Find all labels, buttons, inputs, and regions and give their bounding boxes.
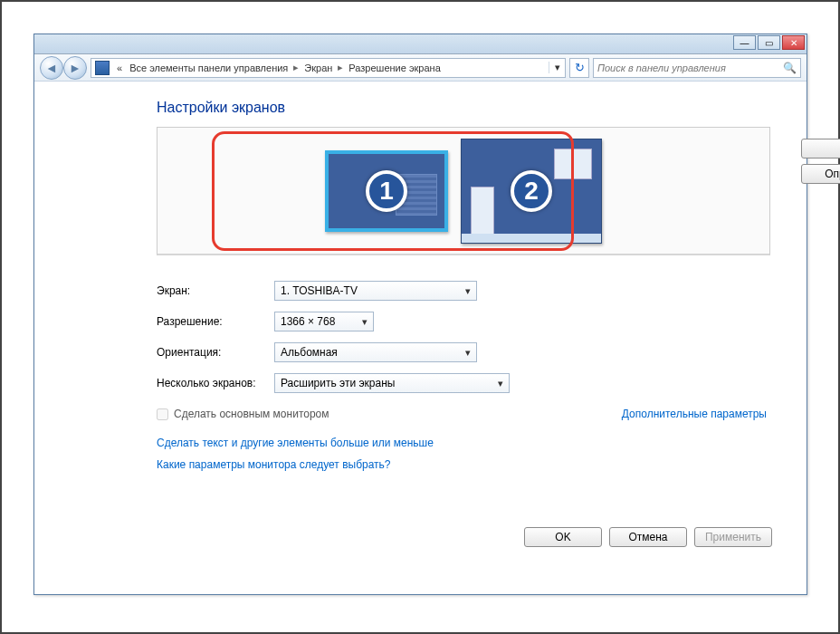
ok-button[interactable]: OK [524,527,602,547]
search-icon: 🔍 [783,62,797,74]
orientation-select[interactable]: Альбомная [274,342,477,362]
orientation-label: Ориентация: [157,346,274,359]
find-button[interactable]: Найти [801,139,840,158]
content: Настройки экранов 1 2 Найти Определить [34,82,807,471]
refresh-button[interactable]: ↻ [569,58,589,78]
primary-monitor-checkbox[interactable] [157,408,168,420]
text-size-link[interactable]: Сделать текст и другие элементы больше и… [157,437,770,449]
close-button[interactable]: ✕ [782,35,805,50]
checkbox-text: Сделать основным монитором [174,408,329,420]
orientation-row: Ориентация: Альбомная [157,342,770,362]
outer-frame: — ▭ ✕ ◄ ► « Все элементы панели управлен… [0,0,840,634]
multi-label: Несколько экранов: [157,377,274,389]
monitor-panel: 1 2 Найти Определить [157,127,770,255]
maximize-button[interactable]: ▭ [758,35,780,50]
nav-arrows: ◄ ► [40,56,87,80]
help-links: Сделать текст и другие элементы больше и… [157,437,770,471]
monitor-1[interactable]: 1 [325,150,448,232]
screen-select[interactable]: 1. TOSHIBA-TV [274,281,477,301]
breadcrumb-item[interactable]: Все элементы панели управления [126,62,291,73]
page-title: Настройки экранов [157,100,770,116]
checkbox-row: Сделать основным монитором Дополнительны… [157,408,770,420]
multi-row: Несколько экранов: Расширить эти экраны [157,373,770,393]
window: — ▭ ✕ ◄ ► « Все элементы панели управлен… [33,34,807,595]
breadcrumb-prefix[interactable]: « [113,62,126,73]
breadcrumb-item[interactable]: Разрешение экрана [345,62,444,73]
search-box[interactable]: 🔍 [593,58,801,78]
breadcrumb-item[interactable]: Экран [301,62,336,73]
monitor-window-icon [471,187,494,235]
resolution-select[interactable]: 1366 × 768 [274,312,374,331]
breadcrumb-dropdown[interactable]: ▾ [549,62,565,73]
breadcrumb[interactable]: « Все элементы панели управления ▸ Экран… [91,58,566,78]
side-buttons: Найти Определить [801,139,840,184]
screen-row: Экран: 1. TOSHIBA-TV [157,281,770,301]
monitor-area[interactable]: 1 2 [158,128,769,254]
cancel-button[interactable]: Отмена [609,527,687,547]
monitor-number-badge: 1 [366,170,407,212]
address-bar: ◄ ► « Все элементы панели управления ▸ Э… [34,54,807,82]
identify-button[interactable]: Определить [801,164,840,184]
advanced-link[interactable]: Дополнительные параметры [622,408,767,420]
monitor-2[interactable]: 2 [461,139,602,244]
screen-label: Экран: [157,284,274,297]
resolution-row: Разрешение: 1366 × 768 [157,312,770,331]
monitor-taskbar-icon [462,234,601,243]
primary-monitor-checkbox-label[interactable]: Сделать основным монитором [157,408,329,420]
settings-form: Экран: 1. TOSHIBA-TV Разрешение: 1366 × … [157,281,770,393]
monitor-number-badge: 2 [511,170,552,212]
refresh-icon: ↻ [575,61,585,74]
back-button[interactable]: ◄ [40,56,63,80]
apply-button[interactable]: Применить [694,527,772,547]
window-controls: — ▭ ✕ [733,35,805,50]
minimize-button[interactable]: — [733,35,756,50]
forward-button[interactable]: ► [63,56,87,80]
control-panel-icon [95,61,110,75]
chevron-right-icon: ▸ [291,62,301,73]
titlebar: — ▭ ✕ [34,34,807,54]
multi-select[interactable]: Расширить эти экраны [274,373,510,393]
monitor-window-icon [554,149,592,179]
search-input[interactable] [597,62,783,73]
resolution-label: Разрешение: [157,315,274,328]
footer-buttons: OK Отмена Применить [524,527,772,547]
which-settings-link[interactable]: Какие параметры монитора следует выбрать… [157,458,770,471]
chevron-right-icon: ▸ [336,62,345,73]
